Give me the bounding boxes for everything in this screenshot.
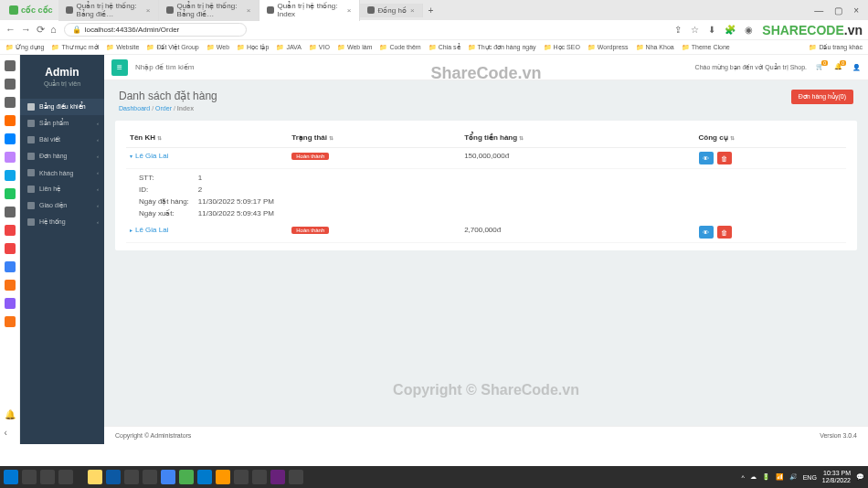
side-icon[interactable] <box>5 115 16 126</box>
customer-link[interactable]: Lê Gia Lai <box>135 152 168 160</box>
bookmark-item[interactable]: Học tập <box>237 44 269 51</box>
nav-posts[interactable]: Bài viết‹ <box>20 132 104 148</box>
taskbar-chrome-icon[interactable] <box>161 470 175 484</box>
crumb-link[interactable]: Order <box>155 105 172 111</box>
reload-icon[interactable]: ⟳ <box>37 24 45 36</box>
taskbar-icon[interactable] <box>234 470 249 484</box>
browser-tab[interactable]: Quản trị hệ thống: Bảng điề…× <box>58 0 159 21</box>
close-icon[interactable]: × <box>410 6 415 15</box>
delete-button[interactable]: 🗑 <box>717 152 732 164</box>
nav-customers[interactable]: Khách hàng‹ <box>20 164 104 181</box>
cart-icon[interactable]: 🛒 <box>816 63 825 72</box>
tray-notifications-icon[interactable]: 💬 <box>856 473 864 481</box>
crumb-link[interactable]: Dashboard <box>119 105 150 111</box>
side-icon[interactable] <box>5 316 16 327</box>
hamburger-icon[interactable]: ≡ <box>111 59 128 76</box>
maximize-icon[interactable]: ▢ <box>834 5 842 16</box>
col-total[interactable]: Tổng tiền hàng⇅ <box>460 128 694 148</box>
side-icon[interactable] <box>5 188 16 199</box>
bookmark-item[interactable]: Học SEO <box>544 44 580 51</box>
nav-dashboard[interactable]: Bảng điều khiển <box>20 99 104 115</box>
close-icon[interactable]: × <box>347 6 352 15</box>
side-icon[interactable] <box>5 60 16 71</box>
bookmark-item[interactable]: Đất Việt Group <box>146 44 198 51</box>
side-icon[interactable] <box>5 133 16 144</box>
col-name[interactable]: Tên KH⇅ <box>126 128 288 148</box>
cancelled-orders-button[interactable]: Đơn hàng hủy(0) <box>791 90 853 104</box>
start-button[interactable] <box>4 470 18 484</box>
delete-button[interactable]: 🗑 <box>717 226 732 239</box>
bookmark-item[interactable]: Web <box>206 44 229 51</box>
tray-lang[interactable]: ENG <box>803 474 817 481</box>
taskbar-icon[interactable] <box>58 470 73 484</box>
close-icon[interactable]: × <box>146 6 151 15</box>
view-button[interactable]: 👁 <box>699 226 714 239</box>
bell-icon[interactable]: 🔔 <box>5 409 16 420</box>
close-window-icon[interactable]: × <box>853 5 859 16</box>
tray-volume-icon[interactable]: 🔊 <box>789 473 798 481</box>
taskbar-icon[interactable] <box>216 470 230 484</box>
expand-icon[interactable]: ▸ <box>130 228 132 233</box>
extension-icon[interactable]: 🧩 <box>725 25 736 35</box>
new-tab-button[interactable]: + <box>423 5 439 16</box>
side-icon[interactable] <box>5 207 16 217</box>
url-input[interactable]: 🔒 localhost:44336/Admin/Order <box>64 23 247 37</box>
bookmark-item[interactable]: Chia sẻ <box>429 44 460 51</box>
extension-icon[interactable]: ◉ <box>745 25 753 35</box>
chevron-left-icon[interactable]: ‹ <box>5 428 16 439</box>
nav-orders[interactable]: Đơn hàng‹ <box>20 148 104 164</box>
taskbar-coccoc-icon[interactable] <box>179 470 194 484</box>
side-icon[interactable] <box>5 298 16 309</box>
download-icon[interactable]: ⬇ <box>708 25 715 35</box>
bookmark-item[interactable]: Nha Khoa <box>636 44 674 51</box>
bookmark-item[interactable]: Code thêm <box>379 44 420 51</box>
col-status[interactable]: Trạng thái⇅ <box>288 128 460 148</box>
taskbar-vscode-icon[interactable] <box>197 470 212 484</box>
browser-tab[interactable]: Quản trị hệ thống: Bảng điề…× <box>159 0 259 21</box>
minimize-icon[interactable]: — <box>814 5 823 16</box>
close-icon[interactable]: × <box>247 6 251 15</box>
tray-chevron-icon[interactable]: ^ <box>741 474 744 481</box>
nav-ui[interactable]: Giao diện‹ <box>20 197 104 214</box>
taskbar-edge-icon[interactable] <box>106 470 121 484</box>
taskbar-icon[interactable] <box>40 470 55 484</box>
side-icon[interactable] <box>5 97 16 108</box>
bookmark-item[interactable]: Wordpress <box>587 44 629 51</box>
collapse-icon[interactable]: ▾ <box>130 154 132 159</box>
nav-system[interactable]: Hệ thống‹ <box>20 214 104 230</box>
taskbar-icon[interactable] <box>143 470 157 484</box>
bell-icon[interactable]: 🔔 <box>834 63 843 72</box>
tray-icon[interactable]: ☁ <box>750 473 757 481</box>
bookmark-item[interactable]: Website <box>106 44 139 51</box>
taskbar-icon[interactable] <box>252 470 267 484</box>
nav-products[interactable]: Sản phẩm‹ <box>20 115 104 132</box>
side-icon[interactable] <box>5 170 16 181</box>
back-icon[interactable]: ← <box>5 24 16 36</box>
share-icon[interactable]: ⇪ <box>674 25 682 35</box>
taskbar-explorer-icon[interactable] <box>88 470 102 484</box>
side-icon[interactable] <box>5 152 16 163</box>
taskbar-vs-icon[interactable] <box>270 470 285 484</box>
side-icon[interactable] <box>5 225 16 236</box>
forward-icon[interactable]: → <box>21 24 31 36</box>
bookmark-item[interactable]: JAVA <box>276 44 301 51</box>
bookmark-item[interactable]: VIO <box>309 44 330 51</box>
side-icon[interactable] <box>5 243 16 254</box>
tray-icon[interactable]: 🔋 <box>762 473 770 481</box>
side-icon[interactable] <box>5 261 16 272</box>
nav-contact[interactable]: Liên hệ‹ <box>20 181 104 197</box>
taskbar-search-icon[interactable] <box>22 470 37 484</box>
bookmark-other[interactable]: Dấu trang khác <box>809 44 863 51</box>
bookmark-item[interactable]: Thư mục mới <box>51 44 99 51</box>
browser-tab-active[interactable]: Quản trị hệ thống: Index× <box>259 0 360 21</box>
tray-wifi-icon[interactable]: 📶 <box>776 473 784 481</box>
view-button[interactable]: 👁 <box>699 152 714 164</box>
browser-tab[interactable]: Đồng hồ× <box>360 4 423 17</box>
home-icon[interactable]: ⌂ <box>50 24 57 36</box>
side-icon[interactable] <box>5 280 16 291</box>
taskbar-icon[interactable] <box>124 470 139 484</box>
customer-link[interactable]: Lê Gia Lai <box>135 226 168 234</box>
taskbar-icon[interactable] <box>289 470 303 484</box>
taskbar-clock[interactable]: 10:33 PM 12/8/2022 <box>822 470 851 483</box>
bookmark-item[interactable]: Ứng dụng <box>5 44 44 51</box>
